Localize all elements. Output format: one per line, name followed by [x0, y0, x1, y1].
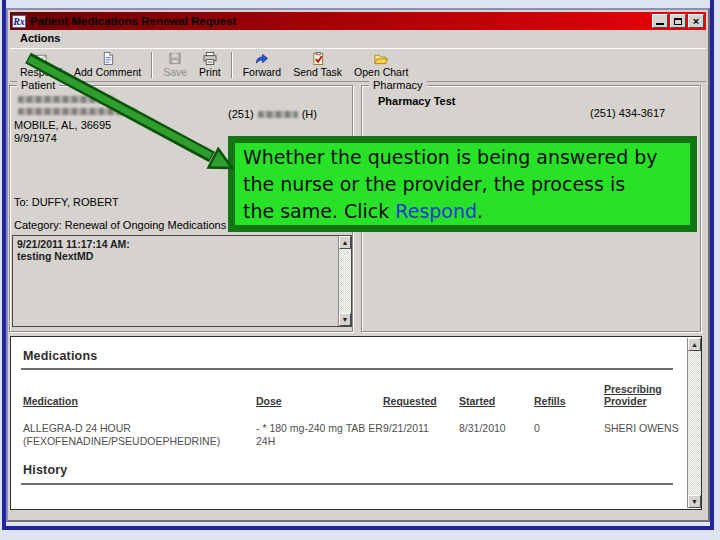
save-icon — [167, 52, 183, 65]
medications-divider — [21, 368, 673, 370]
col-header-refills: Refills — [534, 395, 566, 407]
patient-dob: 9/9/1974 — [14, 132, 57, 144]
category-line: Category: Renewal of Ongoing Medications — [14, 219, 226, 231]
medications-panel: Medications Medication Dose Requested St… — [10, 336, 702, 510]
open-chart-button[interactable]: Open Chart — [348, 50, 414, 80]
medication-dose: - * 180 mg-240 mg TAB ER 24H — [256, 422, 383, 448]
medications-heading: Medications — [23, 349, 97, 363]
minimize-button[interactable] — [652, 14, 668, 28]
patient-home-phone: (251) (H) — [228, 108, 317, 120]
toolbar: Respond Add Comment Save Print — [10, 48, 706, 82]
scroll-up-icon[interactable]: ▲ — [339, 236, 351, 249]
forward-icon — [254, 52, 270, 65]
toolbar-separator — [231, 52, 233, 78]
respond-icon — [33, 52, 49, 65]
window-title: Patient Medications Renewal Request — [30, 15, 236, 27]
scroll-down-icon[interactable]: ▼ — [688, 495, 701, 508]
medication-refills: 0 — [534, 422, 540, 435]
add-comment-icon — [100, 52, 116, 65]
callout-line2: the nurse or the provider, the process i… — [243, 171, 690, 198]
medication-row: ALLEGRA-D 24 HOUR (FEXOFENADINE/PSEUDOEP… — [23, 422, 220, 448]
save-button[interactable]: Save — [157, 50, 193, 80]
history-divider — [21, 483, 673, 485]
note-textarea[interactable]: 9/21/2011 11:17:14 AM: testing NextMD ▲ … — [12, 235, 352, 327]
maximize-icon — [674, 18, 682, 25]
print-button[interactable]: Print — [193, 50, 227, 80]
instruction-callout: Whether the question is being answered b… — [228, 136, 697, 232]
redacted-patient-name — [18, 96, 114, 103]
send-task-icon — [310, 52, 326, 65]
maximize-button[interactable] — [670, 14, 686, 28]
app-window: Rx Patient Medications Renewal Request ×… — [6, 8, 710, 522]
callout-line1: Whether the question is being answered b… — [243, 144, 690, 171]
open-chart-icon — [373, 52, 389, 65]
toolbar-separator — [151, 52, 153, 78]
patient-city-line: MOBILE, AL, 36695 — [14, 119, 111, 131]
medication-started: 8/31/2010 — [459, 422, 506, 435]
scroll-down-icon[interactable]: ▼ — [339, 313, 351, 326]
close-button[interactable]: × — [688, 14, 704, 28]
note-scrollbar[interactable]: ▲ ▼ — [338, 236, 351, 326]
history-heading: History — [23, 463, 67, 477]
callout-line3: the same. Click Respond. — [243, 198, 690, 225]
close-icon: × — [693, 16, 699, 26]
col-header-dose: Dose — [256, 395, 282, 407]
callout-respond-word: Respond — [395, 200, 477, 222]
menu-actions[interactable]: Actions — [20, 32, 60, 44]
scroll-up-icon[interactable]: ▲ — [688, 338, 701, 351]
patient-section-label: Patient — [17, 79, 59, 91]
col-header-started: Started — [459, 395, 495, 407]
note-timestamp: 9/21/2011 11:17:14 AM: — [17, 238, 335, 250]
note-body: testing NextMD — [17, 250, 335, 262]
print-icon — [202, 52, 218, 65]
slide-frame: Rx Patient Medications Renewal Request ×… — [2, 0, 714, 530]
pharmacy-section-label: Pharmacy — [369, 79, 427, 91]
redacted-patient-address — [18, 108, 136, 115]
menubar: Actions — [10, 32, 706, 46]
to-line: To: DUFFY, ROBERT — [14, 196, 119, 208]
redacted-phone-number — [258, 111, 298, 118]
pharmacy-phone: (251) 434-3617 — [590, 107, 665, 119]
titlebar: Rx Patient Medications Renewal Request × — [10, 12, 706, 30]
col-header-medication: Medication — [23, 395, 78, 407]
col-header-requested: Requested — [383, 395, 437, 407]
minimize-icon — [656, 23, 664, 25]
medications-scrollbar[interactable]: ▲ ▼ — [687, 338, 701, 508]
medication-requested: 9/21/2011 — [383, 422, 429, 435]
add-comment-button[interactable]: Add Comment — [68, 50, 147, 80]
medication-provider: SHERI OWENS — [604, 422, 679, 435]
rx-app-icon: Rx — [12, 15, 26, 28]
send-task-button[interactable]: Send Task — [287, 50, 348, 80]
forward-button[interactable]: Forward — [237, 50, 288, 80]
col-header-prescribing-provider: Prescribing Provider — [604, 383, 668, 407]
respond-button[interactable]: Respond — [14, 50, 68, 80]
pharmacy-name: Pharmacy Test — [378, 95, 455, 107]
